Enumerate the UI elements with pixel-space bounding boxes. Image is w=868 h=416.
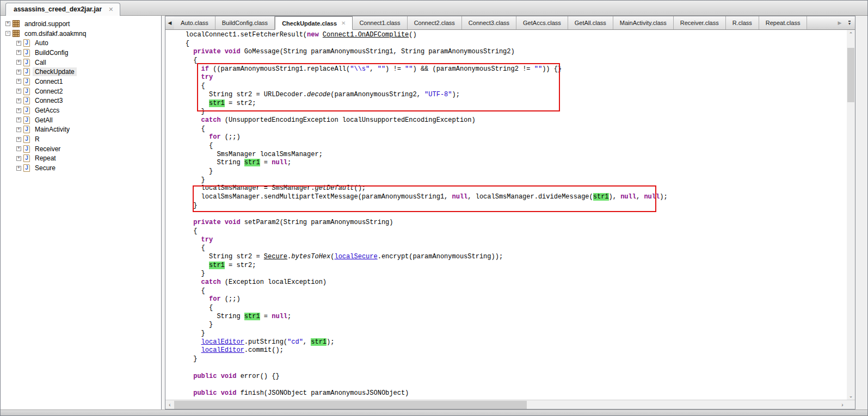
code-text: {: [170, 142, 213, 150]
scroll-up-button[interactable]: ⌃: [847, 30, 855, 38]
tab-connect2-class[interactable]: Connect2.class: [408, 16, 462, 29]
tab-connect3-class[interactable]: Connect3.class: [462, 16, 516, 29]
expand-toggle-icon[interactable]: +: [16, 137, 21, 142]
tab-list-icon: ▾: [848, 21, 851, 26]
jar-tab-close-icon[interactable]: ✕: [108, 6, 113, 13]
vertical-scroll-thumb[interactable]: [847, 48, 854, 102]
expand-toggle-icon[interactable]: +: [16, 117, 21, 122]
type-link[interactable]: Secure: [264, 253, 287, 260]
code-text: [170, 372, 193, 380]
tab-checkupdate-class[interactable]: CheckUpdate.class✕: [275, 16, 353, 30]
tabs-scroll-right-button[interactable]: ▶: [835, 16, 844, 29]
expand-toggle-icon[interactable]: +: [16, 70, 21, 74]
tab-buildconfig-class[interactable]: BuildConfig.class: [216, 16, 275, 29]
tree-item-android-support[interactable]: +android.support: [1, 19, 161, 29]
tree-item-connect1[interactable]: +JConnect1: [1, 77, 161, 86]
tree-item-secure[interactable]: +JSecure: [1, 163, 161, 173]
tree-item-connect3[interactable]: +JConnect3: [1, 96, 161, 106]
horizontal-scrollbar-row: ‹ ›: [165, 400, 855, 409]
expand-toggle-icon[interactable]: +: [16, 108, 21, 113]
scroll-left-button[interactable]: ‹: [165, 400, 174, 409]
code-line: [170, 210, 668, 219]
vertical-scroll-track[interactable]: [847, 38, 855, 392]
type-link[interactable]: Connect1.OnADFComplite: [323, 31, 409, 39]
expand-toggle-icon[interactable]: +: [16, 146, 21, 151]
java-class-icon: J: [23, 78, 30, 85]
horizontal-scroll-track[interactable]: [174, 400, 838, 409]
tabs-scroll-left-button[interactable]: ◀: [165, 16, 174, 29]
jar-file-tab[interactable]: assassins_creed_dex2jar.jar ✕: [5, 3, 120, 16]
tree-item-buildconfig[interactable]: +JBuildConfig: [1, 48, 161, 58]
code-text: [170, 48, 193, 55]
tab-receiver-class[interactable]: Receiver.class: [674, 16, 726, 29]
code-text: (): [409, 31, 416, 39]
tree-item-auto[interactable]: +JAuto: [1, 38, 161, 48]
tree-item-receiver[interactable]: +JReceiver: [1, 144, 161, 154]
code-line: catch (UnsupportedEncodingException loca…: [170, 116, 668, 125]
scroll-down-button[interactable]: ⌄: [847, 392, 855, 400]
vertical-scrollbar[interactable]: ⌃ ⌄: [847, 30, 855, 400]
expand-toggle-icon[interactable]: +: [16, 50, 21, 55]
field-link[interactable]: localEditor: [201, 338, 244, 346]
expand-toggle-icon[interactable]: +: [16, 41, 21, 46]
horizontal-scroll-thumb[interactable]: [174, 401, 527, 409]
tree-item-getaccs[interactable]: +JGetAccs: [1, 105, 161, 115]
field-link[interactable]: localSecure: [334, 253, 377, 260]
tab-close-icon[interactable]: ✕: [341, 20, 346, 26]
tab-auto-class[interactable]: Auto.class: [174, 16, 216, 29]
code-text: }: [170, 202, 197, 209]
horizontal-scrollbar[interactable]: ‹ ›: [165, 400, 847, 409]
expand-toggle-icon[interactable]: +: [16, 89, 21, 94]
code-line: }: [170, 167, 668, 176]
code-text: {: [170, 227, 197, 235]
code-line: try: [170, 73, 668, 82]
tree-item-connect2[interactable]: +JConnect2: [1, 86, 161, 96]
code-text: {: [170, 57, 197, 64]
code-line: localEditor.commit();: [170, 346, 668, 355]
tree-item-repeat[interactable]: +JRepeat: [1, 154, 161, 164]
expand-toggle-icon[interactable]: +: [16, 156, 21, 161]
expand-toggle-icon[interactable]: +: [16, 166, 21, 171]
static-method-token: bytesToHex: [291, 253, 330, 260]
class-tabbar: ◀ Auto.classBuildConfig.classCheckUpdate…: [165, 16, 855, 30]
code-line: private void setParam2(String paramAnony…: [170, 219, 668, 227]
tab-getaccs-class[interactable]: GetAccs.class: [516, 16, 568, 29]
code-line: localSmsManager.sendMultipartTextMessage…: [170, 193, 668, 202]
tab-label: Connect1.class: [359, 20, 400, 26]
tree-item-label: Auto: [33, 39, 51, 47]
tree-item-getall[interactable]: +JGetAll: [1, 115, 161, 125]
tab-repeat-class[interactable]: Repeat.class: [759, 16, 808, 29]
expand-toggle-icon[interactable]: +: [16, 98, 21, 103]
code-text: [170, 338, 201, 346]
collapse-toggle-icon[interactable]: -: [5, 31, 10, 36]
tab-getall-class[interactable]: GetAll.class: [568, 16, 613, 29]
tree-item-mainactivity[interactable]: +JMainActivity: [1, 125, 161, 135]
keyword-token: new: [307, 31, 319, 39]
tab-r-class[interactable]: R.class: [726, 16, 759, 29]
tree-item-label: Receiver: [33, 145, 63, 153]
expand-toggle-icon[interactable]: +: [16, 79, 21, 84]
tree-item-checkupdate[interactable]: +JCheckUpdate: [1, 67, 161, 77]
tree-item-com-dsifakf-aoakmnq[interactable]: -com.dsifakf.aoakmnq: [1, 29, 161, 39]
field-link[interactable]: localEditor: [201, 346, 244, 354]
expand-toggle-icon[interactable]: +: [16, 127, 21, 132]
scroll-right-button[interactable]: ›: [838, 400, 847, 409]
expand-toggle-icon[interactable]: +: [16, 60, 21, 65]
tree-item-call[interactable]: +JCall: [1, 58, 161, 67]
tree-item-label: GetAccs: [33, 106, 61, 115]
code-line: private void GoMessage(String paramAnony…: [170, 48, 668, 57]
keyword-token: public void: [193, 389, 236, 397]
code-line: {: [170, 227, 668, 236]
tree-item-label: CheckUpdate: [33, 67, 77, 76]
tab-mainactivity-class[interactable]: MainActivity.class: [613, 16, 674, 29]
jar-file-tab-label: assassins_creed_dex2jar.jar: [14, 5, 102, 13]
string-token: "\\s": [350, 65, 370, 73]
code-text: ),: [609, 193, 621, 201]
tree-item-label: Connect3: [33, 96, 65, 105]
tab-connect1-class[interactable]: Connect1.class: [353, 16, 407, 29]
tree-item-r[interactable]: +JR: [1, 134, 161, 144]
code-text: localConnect1.setFetcherResult(: [170, 31, 307, 39]
expand-toggle-icon[interactable]: +: [5, 21, 10, 26]
document-tabbar: assassins_creed_dex2jar.jar ✕: [1, 1, 867, 16]
tab-list-button[interactable]: ▾: [844, 16, 855, 29]
